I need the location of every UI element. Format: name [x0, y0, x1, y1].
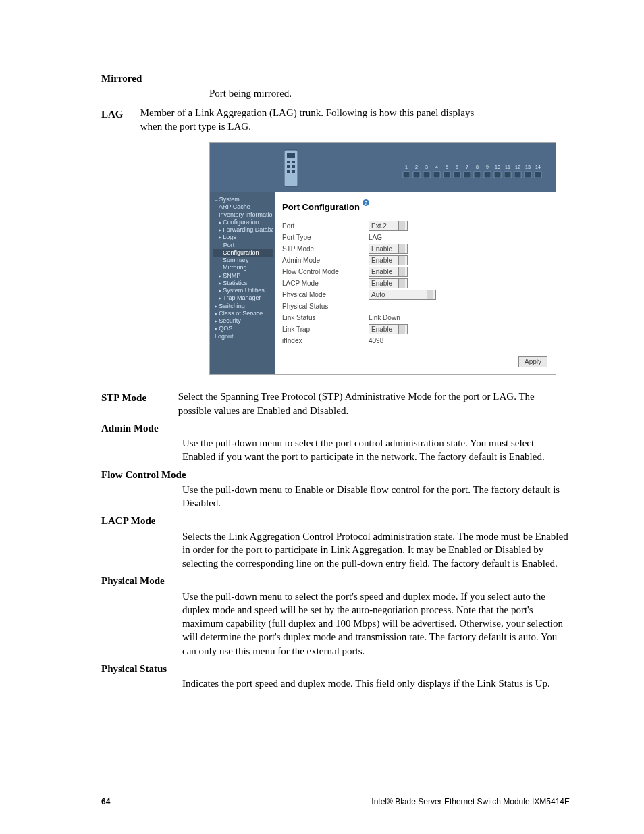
sidebar-item[interactable]: Inventory Information — [213, 211, 273, 219]
physical_mode-select[interactable]: Auto — [369, 290, 436, 300]
panel-title-text: Port Configuration — [282, 202, 360, 212]
port-slot-icon — [474, 172, 481, 178]
port-slot-icon — [484, 172, 491, 178]
term-physicalmode-label: Physical Mode — [101, 574, 570, 588]
term-physicalstatus-desc: Indicates the port speed and duplex mode… — [182, 677, 570, 690]
sidebar-item[interactable]: QOS — [213, 325, 273, 332]
field-label: Physical Mode — [282, 290, 369, 300]
ifindex-value: 4098 — [369, 336, 456, 346]
port-slot-icon — [413, 172, 420, 178]
sidebar-item[interactable]: Trap Manager — [213, 294, 273, 302]
term-mirrored-desc: Port being mirrored. — [209, 86, 570, 100]
stp_mode-select[interactable]: Enable — [369, 244, 408, 254]
term-stpmode-desc: Select the Spanning Tree Protocol (STP) … — [178, 390, 556, 417]
content-panel: Port Configuration ? PortExt.2Port TypeL… — [275, 192, 556, 374]
port-number-label: 3 — [425, 165, 428, 170]
sidebar-item[interactable]: Statistics — [213, 280, 273, 287]
port-number-label: 14 — [535, 165, 541, 170]
field-label: Admin Mode — [282, 256, 369, 265]
field-label: Port — [282, 221, 369, 231]
field-label: Link Trap — [282, 325, 369, 334]
port-select[interactable]: Ext.2 — [369, 221, 408, 231]
lacp_mode-select[interactable]: Enable — [369, 278, 408, 288]
sidebar-item[interactable]: System — [213, 196, 273, 203]
svg-rect-5 — [292, 165, 295, 168]
panel-title: Port Configuration ? — [282, 199, 547, 213]
port-number-label: 2 — [415, 165, 418, 170]
term-physicalstatus-label: Physical Status — [101, 662, 570, 675]
admin_mode-select[interactable]: Enable — [369, 255, 408, 265]
term-physicalmode-desc: Use the pull-down menu to select the por… — [182, 590, 570, 658]
sidebar-item[interactable]: Logs — [213, 234, 273, 241]
svg-rect-7 — [292, 170, 295, 173]
link_status-value: Link Down — [369, 313, 456, 323]
port-slot-icon — [504, 172, 511, 178]
link_trap-select[interactable]: Enable — [369, 324, 408, 334]
port-number-label: 8 — [476, 165, 479, 170]
port-number-label: 9 — [486, 165, 489, 170]
term-adminmode-desc: Use the pull-down menu to select the por… — [182, 436, 570, 464]
term-mirrored-label: Mirrored — [101, 72, 570, 85]
field-label: Flow Control Mode — [282, 267, 369, 277]
svg-rect-4 — [287, 165, 290, 168]
port-number-label: 12 — [515, 165, 520, 170]
port-slot-icon — [444, 172, 450, 178]
port-number-label: 1 — [405, 165, 408, 170]
svg-text:?: ? — [365, 200, 368, 206]
sidebar-item[interactable]: Logout — [213, 333, 273, 340]
form-row: Link StatusLink Down — [282, 312, 547, 323]
port-slot-icon — [514, 172, 521, 178]
sidebar-item[interactable]: ARP Cache — [213, 203, 273, 211]
svg-rect-1 — [287, 153, 295, 158]
svg-rect-6 — [287, 170, 290, 173]
form-row: Port TypeLAG — [282, 232, 547, 243]
sidebar-item[interactable]: Forwarding Database — [213, 226, 273, 234]
switch-ports-graphic: 1234567891011121314 — [400, 162, 546, 188]
term-lacpmode-desc: Selects the Link Aggregation Control Pro… — [182, 529, 570, 571]
port-number-label: 13 — [525, 165, 531, 170]
sidebar-item[interactable]: Configuration — [213, 219, 273, 226]
port-slot-icon — [535, 172, 541, 178]
switch-module-icon — [283, 149, 299, 188]
term-adminmode-label: Admin Mode — [101, 421, 570, 435]
sidebar-item[interactable]: System Utilities — [213, 287, 273, 294]
port-number-label: 11 — [505, 165, 510, 170]
port-slot-icon — [403, 172, 410, 178]
term-flowcontrol-label: Flow Control Mode — [101, 468, 570, 481]
port-slot-icon — [433, 172, 440, 178]
term-lacpmode-label: LACP Mode — [101, 514, 570, 527]
sidebar-item[interactable]: Switching — [213, 303, 273, 310]
port-configuration-screenshot: 1234567891011121314 SystemARP CacheInven… — [209, 142, 556, 375]
svg-rect-2 — [287, 161, 290, 163]
port-number-label: 5 — [446, 165, 448, 170]
term-flowcontrol-desc: Use the pull-down menu to Enable or Disa… — [182, 483, 570, 511]
sidebar-item[interactable]: SNMP — [213, 272, 273, 280]
sidebar-item[interactable]: Mirroring — [213, 264, 273, 271]
field-label: LACP Mode — [282, 279, 369, 288]
sidebar-item[interactable]: Security — [213, 317, 273, 325]
svg-rect-3 — [292, 161, 295, 163]
form-row: Flow Control ModeEnable — [282, 266, 547, 278]
term-stpmode-label: STP Mode — [101, 391, 169, 405]
form-row: ifIndex4098 — [282, 335, 547, 346]
flow_control-select[interactable]: Enable — [369, 267, 408, 277]
port-slot-icon — [464, 172, 471, 178]
sidebar-item[interactable]: Summary — [213, 257, 273, 264]
sidebar-item[interactable]: Port — [213, 242, 273, 249]
form-row: Physical ModeAuto — [282, 289, 547, 301]
form-row: PortExt.2 — [282, 220, 547, 232]
term-lag-label: LAG — [101, 107, 138, 121]
port-number-label: 7 — [466, 165, 468, 170]
term-lag-desc: Member of a Link Aggregation (LAG) trunk… — [140, 106, 485, 134]
sidebar-item[interactable]: Configuration — [213, 249, 273, 257]
port-number-label: 6 — [456, 165, 458, 170]
apply-button[interactable]: Apply — [518, 356, 547, 368]
help-icon[interactable]: ? — [362, 199, 370, 207]
form-row: LACP ModeEnable — [282, 278, 547, 289]
form-row: Physical Status — [282, 301, 547, 312]
form-row: Admin ModeEnable — [282, 255, 547, 266]
port_type-value: LAG — [369, 233, 456, 242]
port-slot-icon — [525, 172, 531, 178]
port-number-label: 10 — [495, 165, 500, 170]
sidebar-item[interactable]: Class of Service — [213, 310, 273, 317]
